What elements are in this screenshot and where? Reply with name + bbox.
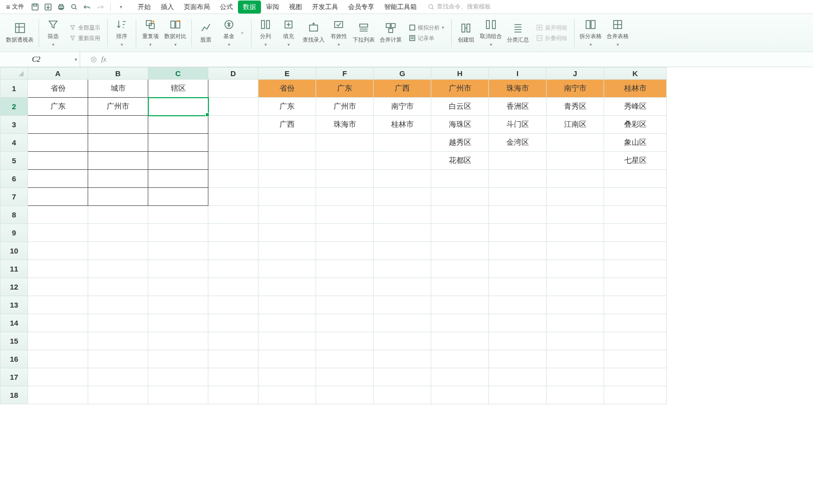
cell-A17[interactable]	[28, 368, 88, 386]
cell-D16[interactable]	[208, 350, 258, 368]
duplicates-button[interactable]: 重复项	[139, 18, 161, 48]
cell-H6[interactable]	[431, 170, 489, 188]
column-header-D[interactable]: D	[208, 68, 258, 80]
row-header-17[interactable]: 17	[1, 368, 28, 386]
ribbon-tab-4[interactable]: 数据	[238, 1, 261, 14]
cell-H13[interactable]	[431, 296, 489, 314]
cell-E2[interactable]: 广东	[258, 98, 316, 116]
cell-B17[interactable]	[88, 368, 148, 386]
row-header-18[interactable]: 18	[1, 386, 28, 404]
ribbon-tab-1[interactable]: 插入	[156, 1, 179, 14]
cell-D1[interactable]	[208, 80, 258, 98]
cell-I16[interactable]	[489, 350, 547, 368]
cell-I1[interactable]: 珠海市	[489, 80, 547, 98]
cell-K3[interactable]: 叠彩区	[604, 116, 667, 134]
cell-A3[interactable]	[28, 116, 88, 134]
qat-dropdown-icon[interactable]: ▾	[116, 2, 126, 12]
cell-I14[interactable]	[489, 314, 547, 332]
cell-I7[interactable]	[489, 188, 547, 206]
cell-C9[interactable]	[148, 224, 208, 242]
select-all-corner[interactable]	[1, 68, 28, 80]
cell-J18[interactable]	[547, 386, 604, 404]
cell-C3[interactable]	[148, 116, 208, 134]
cell-F18[interactable]	[316, 386, 374, 404]
cell-K15[interactable]	[604, 332, 667, 350]
cell-B9[interactable]	[88, 224, 148, 242]
cell-G9[interactable]	[374, 224, 431, 242]
cell-F4[interactable]	[316, 134, 374, 152]
cell-F7[interactable]	[316, 188, 374, 206]
cell-J5[interactable]	[547, 152, 604, 170]
cancel-formula-icon[interactable]	[90, 56, 97, 63]
cell-A15[interactable]	[28, 332, 88, 350]
cell-K12[interactable]	[604, 278, 667, 296]
ungroup-button[interactable]: 取消组合	[478, 18, 504, 48]
cell-E4[interactable]	[258, 134, 316, 152]
cell-A4[interactable]	[28, 134, 88, 152]
cell-F17[interactable]	[316, 368, 374, 386]
row-header-1[interactable]: 1	[1, 80, 28, 98]
cell-C16[interactable]	[148, 350, 208, 368]
what-if-button[interactable]: 模拟分析	[407, 23, 446, 33]
cell-D14[interactable]	[208, 314, 258, 332]
cell-F16[interactable]	[316, 350, 374, 368]
cell-H15[interactable]	[431, 332, 489, 350]
cell-D13[interactable]	[208, 296, 258, 314]
cell-A6[interactable]	[28, 170, 88, 188]
split-table-button[interactable]: 拆分表格	[578, 18, 604, 48]
cell-D6[interactable]	[208, 170, 258, 188]
cell-F3[interactable]: 珠海市	[316, 116, 374, 134]
find-entry-button[interactable]: 查找录入	[301, 21, 327, 45]
column-header-I[interactable]: I	[489, 68, 547, 80]
cell-G13[interactable]	[374, 296, 431, 314]
cell-E11[interactable]	[258, 260, 316, 278]
cell-J14[interactable]	[547, 314, 604, 332]
cell-E6[interactable]	[258, 170, 316, 188]
cell-J17[interactable]	[547, 368, 604, 386]
cell-I15[interactable]	[489, 332, 547, 350]
consolidate-button[interactable]: 合并计算	[378, 21, 404, 45]
ribbon-tab-9[interactable]: 智能工具箱	[379, 1, 422, 14]
cell-A10[interactable]	[28, 242, 88, 260]
cell-I5[interactable]	[489, 152, 547, 170]
text-to-columns-button[interactable]: 分列	[254, 18, 277, 48]
cell-I3[interactable]: 斗门区	[489, 116, 547, 134]
cell-G7[interactable]	[374, 188, 431, 206]
cell-H2[interactable]: 白云区	[431, 98, 489, 116]
cell-B8[interactable]	[88, 206, 148, 224]
cell-K18[interactable]	[604, 386, 667, 404]
group-button[interactable]: 创建组	[455, 21, 477, 45]
cell-C2[interactable]	[148, 98, 208, 116]
cell-K5[interactable]: 七星区	[604, 152, 667, 170]
column-header-A[interactable]: A	[28, 68, 88, 80]
cell-D11[interactable]	[208, 260, 258, 278]
row-header-3[interactable]: 3	[1, 116, 28, 134]
cell-F12[interactable]	[316, 278, 374, 296]
cell-G14[interactable]	[374, 314, 431, 332]
cell-J15[interactable]	[547, 332, 604, 350]
cell-H11[interactable]	[431, 260, 489, 278]
cell-E12[interactable]	[258, 278, 316, 296]
row-header-12[interactable]: 12	[1, 278, 28, 296]
cell-A12[interactable]	[28, 278, 88, 296]
cell-J16[interactable]	[547, 350, 604, 368]
fund-button[interactable]: 基金	[218, 18, 240, 48]
file-menu[interactable]: ≡ 文件	[3, 2, 27, 12]
cell-G11[interactable]	[374, 260, 431, 278]
ribbon-tab-0[interactable]: 开始	[133, 1, 156, 14]
cell-D8[interactable]	[208, 206, 258, 224]
show-all-button[interactable]: 全部显示	[67, 23, 102, 33]
row-header-7[interactable]: 7	[1, 188, 28, 206]
cell-C6[interactable]	[148, 170, 208, 188]
cell-E3[interactable]: 广西	[258, 116, 316, 134]
cell-I8[interactable]	[489, 206, 547, 224]
reapply-button[interactable]: 重新应用	[67, 34, 102, 43]
cell-C12[interactable]	[148, 278, 208, 296]
cell-G17[interactable]	[374, 368, 431, 386]
validity-button[interactable]: 有效性	[328, 18, 350, 48]
name-box-dropdown-icon[interactable]: ▾	[72, 57, 80, 62]
cell-B18[interactable]	[88, 386, 148, 404]
name-box[interactable]: ▾	[0, 52, 80, 67]
cell-D9[interactable]	[208, 224, 258, 242]
cell-A11[interactable]	[28, 260, 88, 278]
